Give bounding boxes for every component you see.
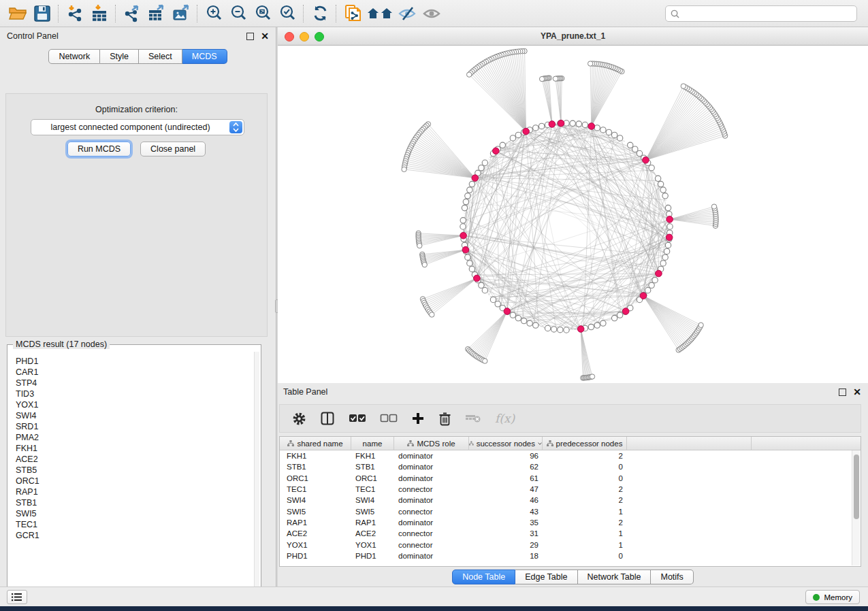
show-columns-button[interactable] [320,411,335,426]
table-row[interactable]: ORC1ORC1dominator610 [280,473,861,484]
mcds-hub-node[interactable] [462,246,469,253]
ring-node[interactable] [658,181,663,186]
column-header-name[interactable]: name [351,437,394,450]
zoom-selected-button[interactable] [275,3,300,24]
ring-node[interactable] [576,121,581,127]
tab-node-table[interactable]: Node Table [452,569,515,584]
zoom-fit-button[interactable] [251,3,275,24]
zoom-in-button[interactable] [202,3,226,24]
ring-node[interactable] [463,199,468,204]
float-panel-icon[interactable] [246,33,254,40]
export-table-button[interactable] [144,3,169,24]
run-mcds-button[interactable]: Run MCDS [67,142,131,156]
result-node-item[interactable]: CAR1 [16,367,254,378]
ring-node[interactable] [467,187,472,193]
ring-node[interactable] [467,261,472,266]
mcds-hub-node[interactable] [622,308,629,315]
ring-node[interactable] [490,297,496,302]
close-window-icon[interactable] [285,32,294,42]
column-header-MCDS-role[interactable]: MCDS role [394,437,469,450]
satellite-node[interactable] [539,76,544,81]
result-node-item[interactable]: SWI4 [16,410,254,421]
ring-node[interactable] [469,266,475,271]
export-image-button[interactable] [169,3,193,24]
ring-node[interactable] [515,132,521,137]
memory-button[interactable]: Memory [805,590,860,604]
table-row[interactable]: ACE2ACE2connector311 [280,528,861,539]
ring-node[interactable] [611,315,617,320]
table-row[interactable]: RAP1RAP1dominator352 [280,517,861,528]
table-scrollbar[interactable] [852,450,860,565]
ring-node[interactable] [510,135,515,141]
mcds-hub-node[interactable] [549,121,556,128]
ring-node[interactable] [600,320,606,326]
ring-node[interactable] [479,165,484,170]
ring-node[interactable] [665,205,671,210]
ring-node[interactable] [660,187,666,193]
open-file-button[interactable] [5,3,30,24]
mcds-hub-node[interactable] [523,128,530,135]
close-table-panel-icon[interactable]: ✕ [853,387,861,397]
ring-node[interactable] [510,312,515,318]
satellite-node[interactable] [483,359,487,363]
ring-node[interactable] [515,315,521,320]
satellite-node[interactable] [430,312,434,317]
mcds-hub-node[interactable] [493,148,500,154]
satellite-node[interactable] [590,374,594,379]
close-panel-button[interactable]: Close panel [140,142,206,156]
minimize-window-icon[interactable] [300,32,309,42]
ring-node[interactable] [460,224,466,229]
ring-node[interactable] [649,165,654,170]
tab-select[interactable]: Select [139,49,182,64]
result-node-item[interactable]: SWI5 [16,508,254,519]
table-row[interactable]: TEC1TEC1connector472 [280,484,861,495]
mcds-hub-node[interactable] [643,156,649,163]
ring-node[interactable] [660,261,666,266]
mcds-hub-node[interactable] [504,308,511,315]
ring-node[interactable] [665,242,671,248]
ring-node[interactable] [645,288,650,293]
table-row[interactable]: SWI4SWI4dominator462 [280,495,861,506]
mcds-hub-node[interactable] [558,120,564,127]
tab-network[interactable]: Network [48,49,100,64]
criterion-dropdown[interactable]: largest connected component (undirected) [31,119,244,135]
mcds-hub-node[interactable] [577,326,584,333]
zoom-out-button[interactable] [226,3,251,24]
tab-mcds[interactable]: MCDS [182,49,227,64]
table-row[interactable]: PHD1PHD1dominator180 [280,550,861,561]
mcds-hub-node[interactable] [472,175,479,182]
ring-node[interactable] [611,132,617,137]
mcds-hub-node[interactable] [588,123,595,130]
result-node-item[interactable]: FKH1 [16,443,254,454]
ring-node[interactable] [617,312,622,318]
search-box[interactable] [665,5,857,22]
ring-node[interactable] [558,327,563,333]
mcds-hub-node[interactable] [460,232,467,239]
ring-node[interactable] [664,248,669,254]
ring-node[interactable] [655,176,660,181]
network-window-titlebar[interactable]: YPA_prune.txt_1 [278,27,868,46]
export-network-button[interactable] [120,3,144,24]
satellite-node[interactable] [422,262,427,267]
result-node-item[interactable]: RAP1 [16,486,254,497]
result-node-item[interactable]: YOX1 [16,399,254,410]
ring-node[interactable] [465,254,470,260]
tab-style[interactable]: Style [100,49,139,64]
select-all-rows-button[interactable] [349,413,366,424]
tab-motifs[interactable]: Motifs [651,569,693,584]
ring-node[interactable] [594,125,600,131]
table-row[interactable]: FKH1FKH1dominator962 [280,450,861,461]
mcds-hub-node[interactable] [640,293,647,299]
ring-node[interactable] [469,181,475,186]
result-node-item[interactable]: TID3 [16,389,254,399]
refresh-button[interactable] [308,3,332,24]
network-canvas[interactable] [278,46,868,384]
ring-node[interactable] [628,142,633,148]
float-table-panel-icon[interactable] [839,389,846,396]
satellite-node[interactable] [698,323,703,327]
ring-node[interactable] [588,324,594,329]
result-node-item[interactable]: ORC1 [16,476,254,486]
ring-node[interactable] [482,160,487,165]
ring-node[interactable] [617,135,622,141]
satellite-node[interactable] [466,72,471,77]
